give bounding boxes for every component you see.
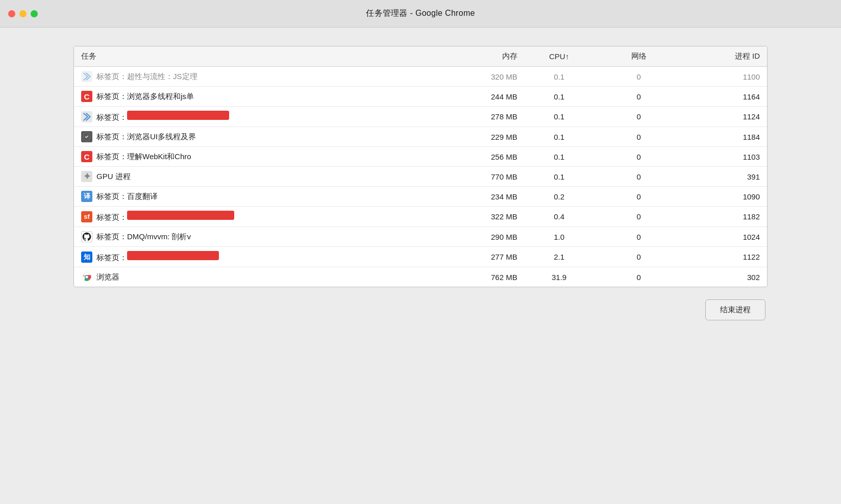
task-name: 浏览器: [96, 272, 119, 282]
minimize-button[interactable]: [19, 10, 27, 17]
col-header-task[interactable]: 任务: [74, 46, 434, 67]
memory-cell: 277 MB: [434, 247, 525, 267]
cpu-cell: 0.1: [525, 127, 594, 147]
task-table: 任务 内存 CPU↑ 网络 进程 ID 标签页：超性与流性：JS定: [74, 46, 767, 287]
pid-cell: 1182: [684, 207, 767, 227]
task-name: 标签页：百度翻译: [96, 192, 158, 201]
pid-cell: 1024: [684, 227, 767, 247]
table-row[interactable]: 浏览器762 MB31.90302: [74, 267, 767, 287]
network-cell: 0: [594, 247, 684, 267]
cpu-cell: 2.1: [525, 247, 594, 267]
memory-cell: 320 MB: [434, 67, 525, 87]
table-row[interactable]: 标签页：超性与流性：JS定理320 MB0.101100: [74, 67, 767, 87]
network-cell: 0: [594, 227, 684, 247]
cpu-cell: 0.1: [525, 67, 594, 87]
task-cell: 浏览器: [74, 267, 434, 287]
network-cell: 0: [594, 147, 684, 167]
task-name: 标签页：理解WebKit和Chro: [96, 152, 191, 162]
cpu-cell: 0.1: [525, 87, 594, 107]
redacted-bar: [127, 211, 234, 220]
task-name: GPU 进程: [96, 172, 131, 182]
table-row[interactable]: 标签页：DMQ/mvvm: 剖析v290 MB1.001024: [74, 227, 767, 247]
task-table-container: 任务 内存 CPU↑ 网络 进程 ID 标签页：超性与流性：JS定: [73, 46, 768, 287]
task-cell: 译标签页：百度翻译: [74, 187, 434, 207]
end-process-button[interactable]: 结束进程: [705, 299, 765, 320]
shield-icon: [81, 131, 92, 142]
cpu-cell: 0.2: [525, 187, 594, 207]
table-row[interactable]: C标签页：浏览器多线程和js单244 MB0.101164: [74, 87, 767, 107]
zhi-icon: 知: [81, 251, 92, 263]
pid-cell: 1122: [684, 247, 767, 267]
memory-cell: 762 MB: [434, 267, 525, 287]
network-cell: 0: [594, 67, 684, 87]
task-name: 标签页：浏览器多线程和js单: [96, 92, 194, 102]
chrome-icon: [81, 271, 92, 283]
cpu-cell: 0.1: [525, 167, 594, 187]
cpu-cell: 0.1: [525, 147, 594, 167]
window-controls: [8, 10, 38, 17]
table-row[interactable]: 知标签页：277 MB2.101122: [74, 247, 767, 267]
network-cell: 0: [594, 127, 684, 147]
network-cell: 0: [594, 167, 684, 187]
task-name: 标签页：: [96, 251, 219, 263]
network-cell: 0: [594, 87, 684, 107]
maximize-button[interactable]: [31, 10, 38, 17]
task-name: 标签页：: [96, 211, 234, 222]
memory-cell: 770 MB: [434, 167, 525, 187]
close-button[interactable]: [8, 10, 15, 17]
titlebar: 任务管理器 - Google Chrome: [0, 0, 841, 28]
network-cell: 0: [594, 207, 684, 227]
table-row[interactable]: 标签页：浏览器UI多线程及界229 MB0.101184: [74, 127, 767, 147]
redacted-bar: [127, 111, 229, 120]
col-header-cpu[interactable]: CPU↑: [525, 46, 594, 67]
pid-cell: 1184: [684, 127, 767, 147]
task-cell: sf标签页：: [74, 207, 434, 227]
memory-cell: 322 MB: [434, 207, 525, 227]
memory-cell: 256 MB: [434, 147, 525, 167]
task-cell: C标签页：浏览器多线程和js单: [74, 87, 434, 107]
sf-icon: sf: [81, 211, 92, 222]
table-row[interactable]: ✦GPU 进程770 MB0.10391: [74, 167, 767, 187]
table-row[interactable]: sf标签页：322 MB0.401182: [74, 207, 767, 227]
col-header-network[interactable]: 网络: [594, 46, 684, 67]
c2-icon: C: [81, 151, 92, 162]
pid-cell: 302: [684, 267, 767, 287]
svg-point-3: [86, 276, 88, 279]
cpu-cell: 0.1: [525, 107, 594, 127]
col-header-memory[interactable]: 内存: [434, 46, 525, 67]
gh-icon: [81, 231, 92, 242]
task-name: 标签页：超性与流性：JS定理: [96, 72, 197, 82]
table-row[interactable]: C标签页：理解WebKit和Chro256 MB0.101103: [74, 147, 767, 167]
window-title: 任务管理器 - Google Chrome: [366, 8, 475, 19]
footer: 结束进程: [73, 299, 768, 320]
memory-cell: 244 MB: [434, 87, 525, 107]
c-icon: C: [81, 91, 92, 102]
task-cell: 知标签页：: [74, 247, 434, 267]
table-row[interactable]: 译标签页：百度翻译234 MB0.201090: [74, 187, 767, 207]
task-cell: 标签页：浏览器UI多线程及界: [74, 127, 434, 147]
pid-cell: 1100: [684, 67, 767, 87]
arrow-icon: [81, 71, 92, 82]
gear-icon: ✦: [81, 171, 92, 182]
yi-icon: 译: [81, 191, 92, 202]
task-cell: C标签页：理解WebKit和Chro: [74, 147, 434, 167]
redacted-bar: [127, 251, 219, 260]
cpu-cell: 0.4: [525, 207, 594, 227]
pid-cell: 391: [684, 167, 767, 187]
pid-cell: 1124: [684, 107, 767, 127]
cpu-cell: 1.0: [525, 227, 594, 247]
col-header-pid[interactable]: 进程 ID: [684, 46, 767, 67]
memory-cell: 234 MB: [434, 187, 525, 207]
network-cell: 0: [594, 107, 684, 127]
task-name: 标签页：浏览器UI多线程及界: [96, 132, 196, 142]
network-cell: 0: [594, 187, 684, 207]
network-cell: 0: [594, 267, 684, 287]
pid-cell: 1164: [684, 87, 767, 107]
task-name: 标签页：: [96, 111, 229, 122]
pid-cell: 1090: [684, 187, 767, 207]
table-row[interactable]: 标签页：278 MB0.101124: [74, 107, 767, 127]
task-cell: 标签页：超性与流性：JS定理: [74, 67, 434, 87]
arrow-icon: [81, 111, 92, 122]
cpu-cell: 31.9: [525, 267, 594, 287]
memory-cell: 290 MB: [434, 227, 525, 247]
